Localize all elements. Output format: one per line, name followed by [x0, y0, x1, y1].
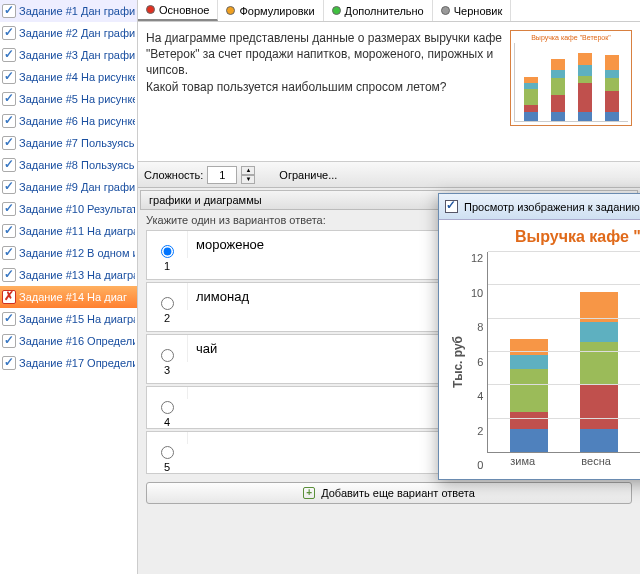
image-preview-popup[interactable]: Просмотр изображения к заданию Выручка к…	[438, 193, 640, 480]
task-label: Задание #16 Определить	[19, 335, 135, 347]
task-item[interactable]: Задание #1 Дан график	[0, 0, 137, 22]
task-label: Задание #15 На диаграм	[19, 313, 135, 325]
task-item[interactable]: Задание #17 Определить	[0, 352, 137, 374]
plot-area	[487, 252, 640, 453]
task-item[interactable]: Задание #6 На рисунке	[0, 110, 137, 132]
y-ticks: 121086420	[467, 252, 487, 471]
chart-thumbnail[interactable]: Выручка кафе "Ветерок"	[510, 30, 632, 126]
x-tick: зима	[510, 455, 535, 471]
chart: Выручка кафе "Ветерок" Тыс. руб 12108642…	[439, 220, 640, 479]
checkmark-icon	[2, 136, 16, 150]
thumb-bars	[514, 43, 628, 122]
popup-titlebar[interactable]: Просмотр изображения к заданию	[439, 194, 640, 220]
popup-title-text: Просмотр изображения к заданию	[464, 201, 640, 213]
task-label: Задание #12 В одном из	[19, 247, 135, 259]
task-item[interactable]: Задание #12 В одном из	[0, 242, 137, 264]
checkmark-icon	[2, 290, 16, 304]
tab-Черновик[interactable]: Черновик	[433, 0, 512, 21]
difficulty-stepper[interactable]: ▲▼	[241, 166, 255, 184]
main-area: ОсновноеФормулировкиДополнительноЧернови…	[138, 0, 640, 574]
task-item[interactable]: Задание #16 Определить	[0, 330, 137, 352]
option-radio[interactable]	[161, 297, 174, 310]
question-panel: На диаграмме представлены данные о разме…	[138, 22, 640, 162]
task-sidebar: Задание #1 Дан графикЗадание #2 Дан граф…	[0, 0, 138, 574]
task-item[interactable]: Задание #11 На диаграм	[0, 220, 137, 242]
task-label: Задание #9 Дан график	[19, 181, 135, 193]
checkmark-icon	[2, 70, 16, 84]
checkmark-icon	[2, 92, 16, 106]
option-number: 1	[164, 260, 170, 272]
status-dot	[332, 6, 341, 15]
tab-Основное[interactable]: Основное	[138, 0, 218, 21]
task-item[interactable]: Задание #13 На диаграм	[0, 264, 137, 286]
task-label: Задание #11 На диаграм	[19, 225, 135, 237]
checkmark-icon	[2, 158, 16, 172]
option-number: 5	[164, 461, 170, 473]
task-label: Задание #5 На рисунке	[19, 93, 135, 105]
option-number: 4	[164, 416, 170, 428]
task-item[interactable]: Задание #3 Дан график	[0, 44, 137, 66]
add-option-label: Добавить еще вариант ответа	[321, 487, 475, 499]
plus-icon: +	[303, 487, 315, 499]
add-option-button[interactable]: + Добавить еще вариант ответа	[146, 482, 632, 504]
checkmark-icon	[2, 4, 16, 18]
status-dot	[146, 5, 155, 14]
checkmark-icon	[2, 180, 16, 194]
checkmark-icon	[2, 26, 16, 40]
task-label: Задание #3 Дан график	[19, 49, 135, 61]
task-item[interactable]: Задание #4 На рисунке	[0, 66, 137, 88]
tab-bar: ОсновноеФормулировкиДополнительноЧернови…	[138, 0, 640, 22]
task-label: Задание #1 Дан график	[19, 5, 135, 17]
checkmark-icon	[2, 312, 16, 326]
y-axis-label: Тыс. руб	[449, 252, 467, 471]
difficulty-input[interactable]	[207, 166, 237, 184]
x-labels: зимавесналетоосень	[487, 453, 640, 471]
chart-title: Выручка кафе "Ветерок"	[449, 228, 640, 246]
task-label: Задание #10 Результат	[19, 203, 135, 215]
checkmark-icon	[2, 202, 16, 216]
task-label: Задание #4 На рисунке	[19, 71, 135, 83]
task-label: Задание #6 На рисунке	[19, 115, 135, 127]
checkmark-icon	[2, 114, 16, 128]
bar-весна	[580, 292, 618, 452]
limit-label: Ограниче...	[279, 169, 337, 181]
task-item[interactable]: Задание #15 На диаграм	[0, 308, 137, 330]
question-text: На диаграмме представлены данные о разме…	[146, 30, 510, 153]
task-item[interactable]: Задание #8 Пользуясь г	[0, 154, 137, 176]
task-label: Задание #8 Пользуясь г	[19, 159, 135, 171]
status-dot	[441, 6, 450, 15]
option-radio[interactable]	[161, 446, 174, 459]
toolbar: Сложность: ▲▼ Ограниче...	[138, 162, 640, 188]
task-label: Задание #14 На диаг	[19, 291, 127, 303]
option-number: 3	[164, 364, 170, 376]
tab-label: Черновик	[454, 5, 503, 17]
checkmark-icon	[2, 356, 16, 370]
tab-Формулировки[interactable]: Формулировки	[218, 0, 323, 21]
bar-зима	[510, 339, 548, 452]
option-radio[interactable]	[161, 245, 174, 258]
task-item[interactable]: Задание #14 На диаг	[0, 286, 137, 308]
checkmark-icon	[2, 48, 16, 62]
checkmark-icon	[2, 334, 16, 348]
option-radio[interactable]	[161, 401, 174, 414]
task-item[interactable]: Задание #7 Пользуясь г	[0, 132, 137, 154]
task-item[interactable]: Задание #2 Дан график	[0, 22, 137, 44]
popup-checkbox[interactable]	[445, 200, 458, 213]
task-item[interactable]: Задание #9 Дан график	[0, 176, 137, 198]
task-label: Задание #7 Пользуясь г	[19, 137, 135, 149]
thumb-title: Выручка кафе "Ветерок"	[514, 34, 628, 41]
task-label: Задание #2 Дан график	[19, 27, 135, 39]
status-dot	[226, 6, 235, 15]
tab-Дополнительно[interactable]: Дополнительно	[324, 0, 433, 21]
option-number: 2	[164, 312, 170, 324]
option-radio[interactable]	[161, 349, 174, 362]
tab-label: Дополнительно	[345, 5, 424, 17]
task-label: Задание #13 На диаграм	[19, 269, 135, 281]
x-tick: весна	[581, 455, 611, 471]
task-item[interactable]: Задание #10 Результат	[0, 198, 137, 220]
checkmark-icon	[2, 246, 16, 260]
checkmark-icon	[2, 224, 16, 238]
task-item[interactable]: Задание #5 На рисунке	[0, 88, 137, 110]
tab-label: Основное	[159, 4, 209, 16]
difficulty-label: Сложность:	[144, 169, 203, 181]
